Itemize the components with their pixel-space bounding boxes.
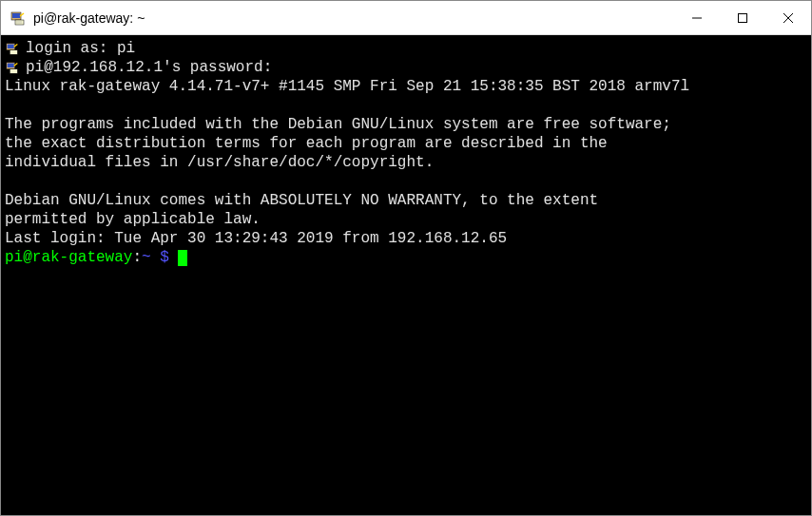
- blank-line: [5, 172, 807, 191]
- prompt-user-host: pi@rak-gateway: [5, 249, 132, 266]
- cursor: [178, 250, 187, 266]
- svg-rect-7: [739, 14, 747, 23]
- motd-line: permitted by applicable law.: [5, 210, 807, 229]
- minimize-button[interactable]: [674, 1, 720, 35]
- titlebar[interactable]: pi@rak-gateway: ~: [1, 1, 811, 35]
- login-prompt: login as: pi: [26, 39, 807, 58]
- password-prompt: pi@192.168.12.1's password:: [26, 58, 807, 77]
- motd-line: Debian GNU/Linux comes with ABSOLUTELY N…: [5, 191, 807, 210]
- putty-inline-icon: [5, 60, 20, 75]
- motd-line: individual files in /usr/share/doc/*/cop…: [5, 153, 807, 172]
- svg-rect-12: [10, 50, 17, 54]
- motd-line: the exact distribution terms for each pr…: [5, 134, 807, 153]
- putty-inline-icon: [5, 41, 20, 56]
- terminal-window: pi@rak-gateway: ~: [0, 0, 812, 516]
- putty-icon: [9, 9, 28, 28]
- svg-rect-15: [10, 69, 17, 73]
- blank-line: [5, 96, 807, 115]
- shell-prompt: pi@rak-gateway:~ $: [5, 248, 807, 267]
- prompt-colon: :: [132, 249, 142, 266]
- motd-line: The programs included with the Debian GN…: [5, 115, 807, 134]
- maximize-button[interactable]: [720, 1, 765, 35]
- prompt-space: [169, 249, 179, 266]
- last-login: Last login: Tue Apr 30 13:29:43 2019 fro…: [5, 229, 807, 248]
- prompt-path: ~ $: [142, 249, 169, 266]
- svg-rect-14: [8, 63, 14, 67]
- window-controls: [674, 1, 811, 34]
- svg-rect-11: [8, 44, 14, 48]
- system-info: Linux rak-gateway 4.14.71-v7+ #1145 SMP …: [5, 77, 807, 96]
- svg-rect-1: [12, 13, 20, 18]
- close-button[interactable]: [765, 1, 811, 35]
- window-title: pi@rak-gateway: ~: [33, 10, 674, 26]
- terminal-body[interactable]: login as: pi pi@192.168.12.1's password:…: [1, 35, 811, 515]
- svg-rect-2: [15, 20, 24, 25]
